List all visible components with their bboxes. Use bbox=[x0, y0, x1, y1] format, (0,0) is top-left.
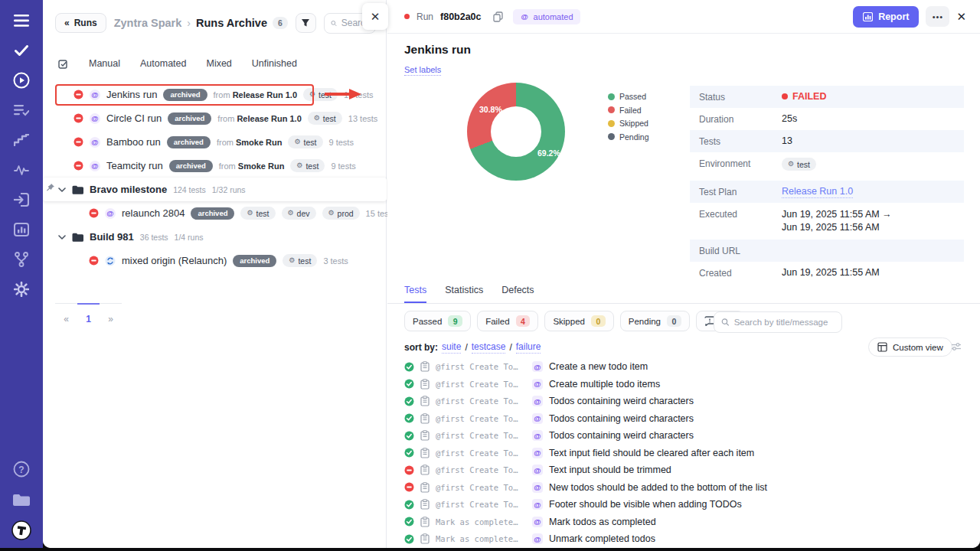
tab-tests[interactable]: Tests bbox=[404, 285, 426, 303]
chip-label: Pending bbox=[629, 317, 661, 326]
sidebar-help-icon[interactable]: ? bbox=[11, 459, 31, 479]
chevron-down-icon[interactable] bbox=[58, 235, 66, 240]
sort-link-failure[interactable]: failure bbox=[516, 341, 541, 354]
automated-badge[interactable]: @ automated bbox=[513, 9, 580, 24]
legend-item-pending: Pending bbox=[608, 132, 649, 142]
close-panel-button[interactable]: ✕ bbox=[956, 10, 966, 24]
tab-defects[interactable]: Defects bbox=[501, 285, 534, 303]
test-suite: @first Create To… bbox=[436, 483, 526, 492]
sidebar-folder-icon[interactable] bbox=[11, 490, 31, 510]
tab-automated[interactable]: Automated bbox=[140, 58, 186, 69]
test-row[interactable]: @first Create To…@Text input should be t… bbox=[387, 461, 960, 479]
run-label: Run bbox=[416, 11, 433, 22]
sort-link-suite[interactable]: suite bbox=[442, 341, 461, 354]
run-origin: from Release Run 1.0 bbox=[217, 114, 301, 123]
run-list-item[interactable]: @Circle CI runarchivedfrom Release Run 1… bbox=[43, 106, 387, 130]
mixed-run-icon bbox=[105, 256, 116, 266]
sidebar-import-icon[interactable] bbox=[11, 190, 31, 210]
detail-row-created: CreatedJun 19, 2025 11:55 AM bbox=[690, 262, 964, 284]
run-list-item[interactable]: @Teamcity runarchivedfrom Smoke Run⚙test… bbox=[43, 154, 387, 178]
run-title: Circle CI run bbox=[106, 112, 162, 124]
set-labels-link[interactable]: Set labels bbox=[404, 65, 441, 76]
report-button[interactable]: Report bbox=[853, 6, 919, 28]
filter-button[interactable] bbox=[296, 13, 316, 33]
tab-mixed[interactable]: Mixed bbox=[206, 58, 231, 69]
run-list-item[interactable]: @Bamboo runarchivedfrom Smoke Run⚙test9 … bbox=[43, 130, 387, 154]
sidebar-play-circle-icon[interactable] bbox=[11, 70, 31, 90]
overlay-close-button[interactable]: ✕ bbox=[362, 3, 388, 30]
tests-search-box[interactable] bbox=[714, 311, 842, 333]
breadcrumb-project[interactable]: Zyntra Spark bbox=[114, 17, 182, 29]
automated-badge-label: automated bbox=[534, 12, 573, 21]
run-tests-count: 13 tests bbox=[344, 90, 374, 99]
copy-run-id-button[interactable] bbox=[493, 11, 503, 22]
test-row[interactable]: Mark as complete…@Mark todos as complete… bbox=[387, 514, 960, 531]
test-row[interactable]: @first Create To…@Todos containing weird… bbox=[387, 427, 960, 445]
test-row[interactable]: @first Create To…@Create multiple todo i… bbox=[387, 376, 960, 393]
tab-unfinished[interactable]: Unfinished bbox=[252, 58, 297, 69]
sidebar-steps-icon[interactable] bbox=[11, 130, 31, 150]
test-row[interactable]: @first Create To…@Text input field shoul… bbox=[387, 445, 960, 462]
env-tag-test[interactable]: ⚙test bbox=[288, 135, 322, 148]
run-failed-status-icon bbox=[89, 256, 99, 266]
run-tests-count: 13 tests bbox=[348, 114, 378, 123]
test-failed-status-icon bbox=[404, 465, 414, 475]
test-row[interactable]: @first Create To…@Footer should be visib… bbox=[387, 496, 960, 514]
milestone-group-row[interactable]: Bravo milestone124 tests1/32 runs bbox=[43, 178, 387, 201]
view-settings-sliders-icon[interactable] bbox=[951, 341, 962, 354]
test-plan-link[interactable]: Release Run 1.0 bbox=[782, 186, 853, 198]
tab-statistics[interactable]: Statistics bbox=[445, 285, 483, 303]
run-list-item[interactable]: @Jenkins runarchivedfrom Release Run 1.0… bbox=[43, 83, 387, 106]
filter-chip-pending[interactable]: Pending0 bbox=[620, 311, 690, 331]
select-all-icon[interactable] bbox=[58, 58, 69, 69]
sort-link-testcase[interactable]: testcase bbox=[472, 341, 506, 354]
sidebar-gear-icon[interactable] bbox=[11, 279, 31, 299]
milestone-group-row[interactable]: Build 98136 tests1/4 runs bbox=[43, 225, 387, 249]
env-tag-test[interactable]: ⚙test bbox=[303, 88, 338, 101]
more-actions-button[interactable]: ••• bbox=[926, 6, 949, 27]
automated-test-icon: @ bbox=[532, 465, 543, 475]
env-tag-prod[interactable]: ⚙prod bbox=[322, 207, 360, 220]
env-tag-test[interactable]: ⚙test bbox=[782, 158, 816, 171]
custom-view-button[interactable]: Custom view bbox=[868, 337, 952, 357]
pagination-page-1[interactable]: 1 bbox=[77, 303, 100, 324]
filter-chip-passed[interactable]: Passed9 bbox=[404, 311, 471, 331]
env-tag-test[interactable]: ⚙test bbox=[283, 254, 317, 267]
test-row[interactable]: @first Create To…@Create a new todo item bbox=[387, 358, 960, 376]
automated-run-icon: @ bbox=[90, 161, 100, 171]
test-row[interactable]: @first Create To…@Todos containing weird… bbox=[387, 393, 960, 410]
run-list-item[interactable]: @relaunch 2804archived⚙test⚙dev⚙prod15 t… bbox=[43, 201, 387, 225]
filter-chip-failed[interactable]: Failed4 bbox=[477, 311, 538, 331]
sidebar-list-check-icon[interactable] bbox=[11, 100, 31, 120]
main-card: « Runs Zyntra Spark › Runs Archive 6 ✕ bbox=[43, 0, 980, 548]
legend-label: Passed bbox=[619, 92, 646, 101]
run-list-item[interactable]: mixed origin (Relaunch)archived⚙test3 te… bbox=[43, 249, 387, 272]
test-row[interactable]: Mark as complete…@Unmark completed todos bbox=[387, 530, 960, 548]
env-tag-test[interactable]: ⚙test bbox=[240, 207, 275, 220]
automated-test-icon: @ bbox=[532, 482, 543, 493]
pagination-next[interactable]: » bbox=[100, 303, 122, 324]
copy-icon bbox=[493, 11, 503, 22]
tests-search-input[interactable] bbox=[734, 318, 835, 327]
sidebar-pulse-icon[interactable] bbox=[11, 160, 31, 180]
custom-view-label: Custom view bbox=[893, 343, 943, 352]
sidebar-logo-t-icon[interactable] bbox=[11, 520, 31, 540]
test-title: Mark todos as completed bbox=[549, 517, 656, 527]
sidebar-branch-icon[interactable] bbox=[11, 249, 31, 269]
sidebar-analytics-icon[interactable] bbox=[11, 220, 31, 240]
chevron-down-icon[interactable] bbox=[58, 187, 66, 192]
env-tag-test[interactable]: ⚙test bbox=[308, 112, 342, 125]
tab-manual[interactable]: Manual bbox=[89, 58, 120, 69]
env-tag-dev[interactable]: ⚙dev bbox=[282, 207, 316, 220]
sidebar-check-icon[interactable] bbox=[11, 41, 31, 60]
sort-separator: / bbox=[509, 342, 511, 353]
back-to-runs-button[interactable]: « Runs bbox=[55, 13, 106, 33]
sidebar-menu-icon[interactable] bbox=[11, 11, 31, 31]
test-row[interactable]: @first Create To…@New todos should be ad… bbox=[387, 479, 960, 497]
test-passed-status-icon bbox=[404, 362, 414, 372]
filter-chip-skipped[interactable]: Skipped0 bbox=[544, 311, 613, 331]
test-row[interactable]: @first Create To…@Todos containing weird… bbox=[387, 410, 960, 428]
env-tag-test[interactable]: ⚙test bbox=[290, 159, 325, 172]
automated-test-icon: @ bbox=[532, 379, 543, 390]
pagination-prev[interactable]: « bbox=[55, 303, 77, 324]
